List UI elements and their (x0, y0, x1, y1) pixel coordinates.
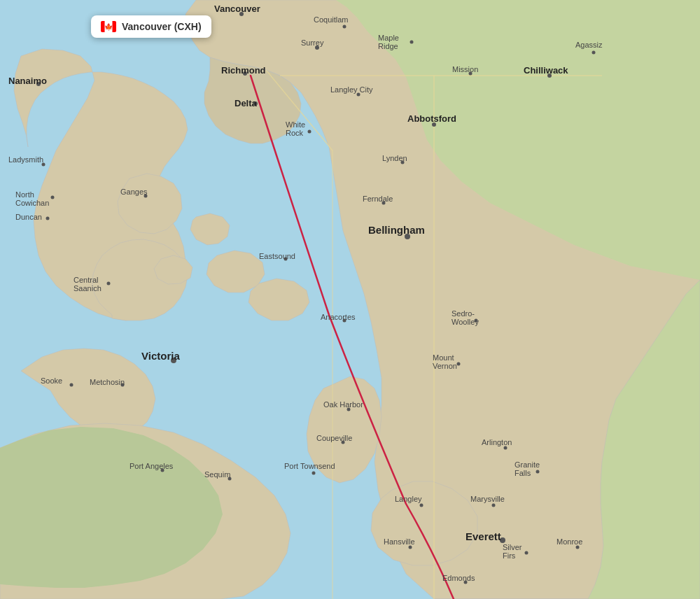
svg-point-12 (253, 101, 258, 106)
svg-point-42 (536, 470, 540, 474)
svg-point-46 (464, 581, 468, 584)
svg-point-30 (171, 358, 176, 363)
svg-point-41 (492, 504, 496, 507)
airport-popup[interactable]: 🍁 Vancouver (CXH) (91, 15, 211, 38)
svg-point-14 (469, 72, 472, 76)
svg-point-21 (46, 217, 50, 220)
svg-point-22 (144, 195, 148, 198)
svg-point-24 (382, 202, 386, 205)
svg-point-33 (457, 362, 461, 366)
canada-flag: 🍁 (101, 21, 116, 32)
svg-point-44 (409, 546, 412, 549)
svg-point-6 (239, 12, 244, 16)
svg-point-45 (525, 551, 528, 555)
svg-point-9 (410, 41, 414, 44)
svg-text:🍁: 🍁 (104, 22, 113, 31)
svg-point-7 (315, 45, 319, 50)
svg-point-35 (504, 446, 507, 450)
svg-point-13 (357, 93, 360, 97)
svg-point-40 (420, 504, 424, 507)
svg-point-34 (347, 408, 351, 411)
svg-point-32 (121, 383, 125, 387)
svg-point-38 (228, 477, 232, 481)
svg-point-31 (70, 383, 74, 387)
svg-point-47 (576, 546, 580, 549)
svg-point-37 (161, 469, 164, 472)
svg-point-17 (432, 122, 436, 127)
svg-point-8 (343, 25, 346, 29)
svg-point-20 (51, 196, 55, 199)
svg-point-19 (42, 163, 46, 167)
svg-point-28 (284, 258, 288, 261)
airport-label: Vancouver (CXH) (122, 21, 202, 32)
svg-point-27 (107, 282, 111, 286)
svg-point-11 (243, 71, 247, 76)
map-svg (0, 0, 700, 599)
map-container: Vancouver Surrey Coquitlam MapleRidge Ag… (0, 0, 700, 599)
svg-point-23 (401, 161, 405, 164)
svg-point-43 (500, 537, 505, 543)
svg-point-36 (342, 441, 345, 444)
svg-point-18 (36, 82, 41, 86)
svg-point-39 (312, 472, 316, 475)
svg-point-15 (547, 73, 552, 78)
svg-point-26 (475, 319, 478, 323)
svg-rect-50 (113, 21, 117, 32)
svg-point-29 (343, 319, 346, 323)
svg-point-10 (592, 51, 596, 55)
svg-point-25 (405, 234, 410, 239)
svg-point-16 (308, 130, 312, 134)
